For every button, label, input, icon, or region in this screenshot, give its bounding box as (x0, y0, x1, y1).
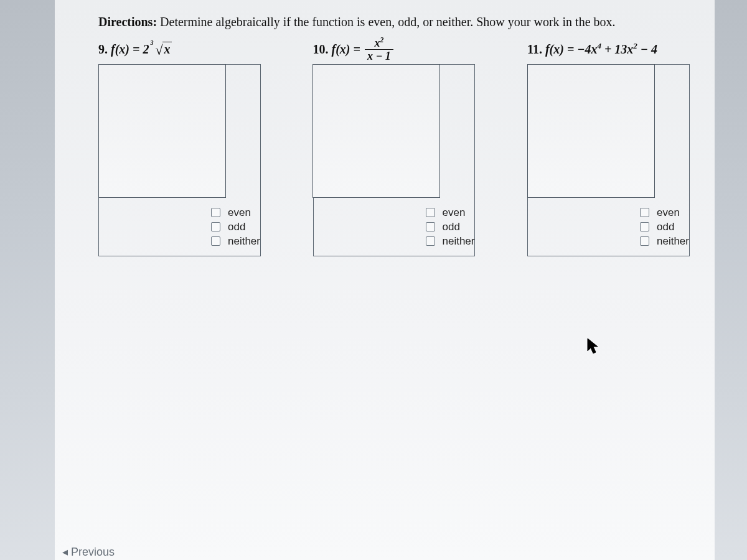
checkbox-icon[interactable] (211, 222, 220, 231)
function-lhs: f(x) = (545, 42, 574, 57)
problem-9-frame: even odd neither (98, 64, 261, 256)
problem-9-prompt: 9. f(x) = 23x (98, 34, 261, 64)
checkbox-icon[interactable] (426, 222, 435, 231)
work-box[interactable] (98, 64, 226, 198)
checkbox-icon[interactable] (640, 208, 649, 217)
problem-number: 10. (313, 42, 329, 57)
problem-11-prompt: 11. f(x) = −4x4 + 13x2 − 4 (527, 34, 690, 64)
directions-label: Directions: (98, 15, 157, 29)
problem-9: 9. f(x) = 23x even odd (98, 34, 261, 256)
option-odd[interactable]: odd (426, 221, 475, 233)
option-neither[interactable]: neither (640, 235, 689, 248)
checkbox-icon[interactable] (640, 222, 649, 231)
directions: Directions: Determine algebraically if t… (98, 14, 690, 30)
directions-text: Determine algebraically if the function … (160, 15, 615, 29)
answer-options: even odd neither (211, 207, 260, 248)
function-expr: 23x (143, 41, 172, 57)
problem-11: 11. f(x) = −4x4 + 13x2 − 4 even odd (527, 34, 690, 256)
fraction-denominator: x − 1 (365, 50, 393, 62)
option-even[interactable]: even (426, 207, 475, 219)
option-label: odd (657, 221, 674, 233)
problem-10-frame: even odd neither (313, 64, 476, 256)
option-label: odd (228, 221, 245, 233)
function-expr: −4x4 + 13x2 − 4 (577, 42, 657, 57)
option-label: odd (443, 221, 460, 233)
fraction-numerator: x2 (365, 37, 393, 50)
checkbox-icon[interactable] (426, 208, 435, 217)
answer-options: even odd neither (640, 207, 689, 248)
checkbox-icon[interactable] (640, 236, 649, 246)
option-odd[interactable]: odd (211, 221, 260, 233)
worksheet-page: Directions: Determine algebraically if t… (55, 0, 715, 560)
option-even[interactable]: even (640, 207, 689, 219)
problem-11-frame: even odd neither (527, 64, 690, 256)
problems-row: 9. f(x) = 23x even odd (98, 34, 690, 256)
function-expr: x2 x − 1 (365, 37, 393, 62)
answer-options: even odd neither (426, 207, 475, 248)
option-even[interactable]: even (211, 207, 260, 219)
work-box[interactable] (312, 64, 440, 198)
option-neither[interactable]: neither (211, 235, 260, 248)
problem-number: 11. (527, 42, 542, 57)
function-lhs: f(x) = (111, 42, 139, 57)
problem-number: 9. (98, 42, 108, 57)
option-label: neither (657, 235, 689, 248)
checkbox-icon[interactable] (426, 236, 435, 246)
option-label: neither (228, 235, 260, 248)
option-neither[interactable]: neither (426, 235, 475, 248)
previous-button[interactable]: ◂ Previous (62, 545, 115, 559)
work-box[interactable] (527, 64, 655, 198)
checkbox-icon[interactable] (211, 208, 220, 217)
option-label: even (228, 207, 251, 219)
option-label: even (657, 207, 680, 219)
option-odd[interactable]: odd (640, 221, 689, 233)
problem-10-prompt: 10. f(x) = x2 x − 1 (313, 34, 476, 64)
checkbox-icon[interactable] (211, 236, 220, 246)
option-label: neither (443, 235, 475, 248)
problem-10: 10. f(x) = x2 x − 1 even odd (313, 34, 476, 256)
function-lhs: f(x) = (332, 42, 360, 57)
option-label: even (443, 207, 466, 219)
